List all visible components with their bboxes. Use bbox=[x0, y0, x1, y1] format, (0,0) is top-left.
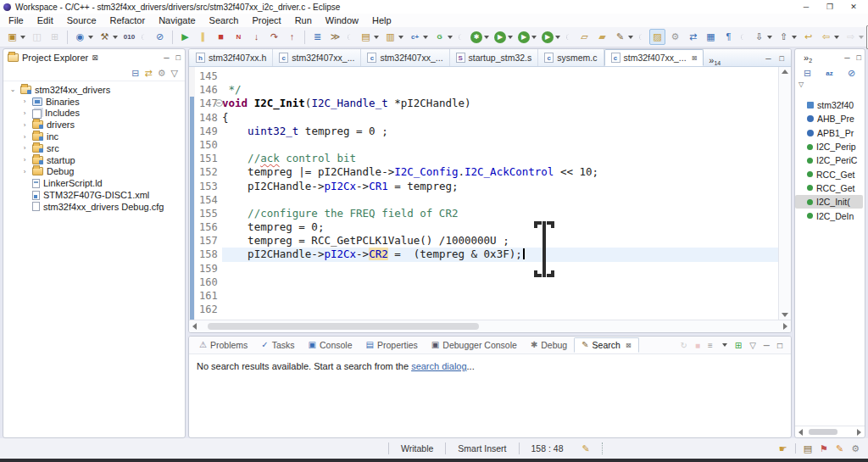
run-dropdown-icon[interactable] bbox=[508, 36, 513, 39]
sort-alphabetically-button[interactable]: az bbox=[821, 65, 837, 81]
maximize-button[interactable]: ❐ bbox=[824, 3, 836, 11]
previous-searches-dropdown-icon[interactable] bbox=[722, 343, 727, 347]
line-number[interactable]: 160 bbox=[199, 276, 222, 289]
binary-file-button[interactable]: 010 bbox=[121, 29, 137, 45]
line-number[interactable]: 152 bbox=[199, 165, 222, 179]
outline-item-rcc-get[interactable]: RCC_Get bbox=[795, 167, 865, 181]
tree-item-binaries[interactable]: ›Binaries bbox=[3, 96, 185, 108]
code-line-153[interactable]: pI2CHandle->pI2Cx->CR1 = tempreg; bbox=[222, 180, 778, 193]
tree-item-stm32f407g-disc1-xml[interactable]: STM32F407G-DISC1.xml bbox=[3, 189, 185, 201]
line-number[interactable]: 161 bbox=[199, 289, 222, 303]
scroll-up-icon[interactable] bbox=[782, 70, 788, 74]
web-gear-icon[interactable]: ⚙ bbox=[851, 443, 860, 454]
view-tab-properties[interactable]: ▤Properties bbox=[359, 338, 425, 352]
code-line-156[interactable]: tempreg = 0; bbox=[222, 220, 778, 234]
code-line-149[interactable]: uint32_t tempreg = 0 ; bbox=[222, 125, 778, 138]
menu-navigate[interactable]: Navigate bbox=[152, 15, 202, 25]
terminate-relaunch-button[interactable]: N bbox=[231, 29, 247, 45]
back-button[interactable]: ⇦ bbox=[818, 29, 841, 45]
resume-button[interactable]: ▶ bbox=[177, 29, 193, 45]
tab-close-icon[interactable]: ⊠ bbox=[692, 54, 698, 62]
close-button[interactable]: ✕ bbox=[848, 3, 860, 11]
new-c-project-dropdown-icon[interactable] bbox=[374, 36, 379, 39]
previous-searches-button[interactable]: ≡ bbox=[708, 341, 713, 350]
scroll-left-icon[interactable] bbox=[192, 323, 197, 330]
forward-button[interactable]: ⇨ bbox=[843, 29, 865, 45]
view-tab-search[interactable]: ✎Search⊠ bbox=[574, 337, 638, 353]
expand-arrow-icon[interactable]: › bbox=[20, 133, 29, 141]
code-line-146[interactable]: */ bbox=[222, 83, 778, 97]
explorer-minimize-button[interactable]: ─ bbox=[164, 53, 169, 62]
expand-arrow-icon[interactable]: › bbox=[20, 168, 29, 175]
editor-tab-stm32f407xx-[interactable]: cstm32f407xx_... bbox=[273, 49, 361, 66]
line-number[interactable]: 157 bbox=[199, 234, 222, 248]
code-generate-dropdown-icon[interactable] bbox=[448, 36, 453, 39]
run-history-button[interactable]: ▶ bbox=[516, 30, 538, 45]
line-number[interactable]: 150 bbox=[199, 138, 222, 152]
search-torch-dropdown-icon[interactable] bbox=[628, 36, 633, 39]
code-line-155[interactable]: //configure the FREQ field of CR2 bbox=[222, 207, 778, 220]
code-line-148[interactable]: { bbox=[222, 111, 778, 125]
scroll-right-icon[interactable] bbox=[783, 323, 787, 330]
editor-tab-stm32f407xx-[interactable]: cstm32f407xx_...⊠ bbox=[604, 49, 704, 66]
code-line-145[interactable] bbox=[222, 70, 778, 83]
code-line-162[interactable] bbox=[222, 303, 778, 316]
collapse-arrow-icon[interactable]: ⌄ bbox=[8, 86, 17, 93]
pin-console-button[interactable]: ≣ bbox=[309, 29, 326, 45]
line-number[interactable]: 155 bbox=[199, 207, 222, 220]
minimize-button[interactable]: ─ bbox=[800, 3, 812, 11]
back-dropdown-icon[interactable] bbox=[834, 36, 839, 39]
show-selected-element-button[interactable]: ⚙ bbox=[667, 29, 683, 45]
code-generate-button[interactable]: G bbox=[431, 29, 454, 45]
external-tools-dropdown-icon[interactable] bbox=[555, 36, 560, 39]
skip-all-breakpoints-button[interactable]: ⊘ bbox=[152, 29, 168, 45]
scrollbar-thumb[interactable] bbox=[208, 323, 479, 330]
save-all-button[interactable]: ⊞ bbox=[47, 29, 63, 45]
menu-edit[interactable]: Edit bbox=[31, 15, 60, 25]
editor-minimize-button[interactable]: ─ bbox=[765, 54, 771, 63]
news-pencil-icon[interactable]: ✎ bbox=[836, 443, 843, 454]
debug-button[interactable]: ✱ bbox=[469, 30, 491, 45]
editor-horizontal-scrollbar[interactable] bbox=[189, 320, 791, 332]
outline-item-stm32f40[interactable]: stm32f40 bbox=[795, 98, 865, 112]
outline-more-views[interactable]: »2 bbox=[804, 53, 812, 64]
minimize-view-button[interactable]: ─ bbox=[764, 341, 770, 350]
view-tab-problems[interactable]: ⚠Problems bbox=[192, 338, 254, 352]
next-annotation-button[interactable]: ⇩ bbox=[751, 29, 774, 45]
maximize-view-button[interactable]: □ bbox=[777, 341, 782, 350]
forward-dropdown-icon[interactable] bbox=[859, 36, 864, 39]
code-line-152[interactable]: tempreg |= pI2CHandle->I2C_Config.I2C_Ac… bbox=[222, 165, 778, 179]
build-dropdown-icon[interactable] bbox=[113, 36, 118, 39]
line-number[interactable]: 145 bbox=[199, 70, 222, 83]
line-number[interactable]: 149 bbox=[199, 125, 222, 138]
block-selection-button[interactable]: ▦ bbox=[703, 29, 719, 45]
editor-tab-startup-stm32-s[interactable]: Sstartup_stm32.s bbox=[450, 49, 539, 66]
new-class-dropdown-icon[interactable] bbox=[423, 36, 428, 39]
link-with-editor-button[interactable]: ⇄ bbox=[685, 29, 701, 45]
save-button[interactable]: ◫ bbox=[29, 29, 45, 45]
suspend-button[interactable]: ∥ bbox=[195, 29, 211, 45]
docs-book-icon[interactable]: ▤ bbox=[804, 443, 812, 454]
mark-occurrences-button[interactable]: ▨ bbox=[649, 29, 665, 45]
menu-window[interactable]: Window bbox=[319, 15, 365, 25]
menu-file[interactable]: File bbox=[2, 15, 31, 25]
run-button[interactable]: ▶ bbox=[492, 30, 515, 45]
menu-project[interactable]: Project bbox=[245, 15, 287, 25]
code-line-147[interactable]: void I2C_Init(I2C_Handle_t *pI2CHandle) bbox=[222, 97, 778, 110]
run-search-again-button[interactable]: ↻ bbox=[680, 341, 687, 350]
expand-arrow-icon[interactable]: › bbox=[20, 109, 29, 117]
code-line-158[interactable]: pI2CHandle->pI2Cx->CR2 = (tempreg & 0x3F… bbox=[222, 248, 778, 261]
view-tab-debug[interactable]: ✱Debug bbox=[524, 338, 574, 352]
expand-arrow-icon[interactable]: › bbox=[20, 97, 29, 105]
view-menu-button[interactable]: ▽ bbox=[749, 341, 756, 350]
new-cpp-item-button[interactable]: ▥ bbox=[382, 29, 405, 45]
scrollbar-thumb[interactable] bbox=[809, 429, 837, 435]
code-line-154[interactable] bbox=[222, 193, 778, 207]
step-return-button[interactable]: ↑ bbox=[284, 29, 300, 45]
line-number[interactable]: 146 bbox=[199, 83, 222, 97]
menu-source[interactable]: Source bbox=[60, 15, 103, 25]
line-number[interactable]: 156 bbox=[199, 220, 222, 234]
outline-item-ahb-pre[interactable]: AHB_Pre bbox=[795, 112, 865, 125]
next-annotation-dropdown-icon[interactable] bbox=[767, 36, 772, 39]
code-line-159[interactable] bbox=[222, 262, 778, 276]
